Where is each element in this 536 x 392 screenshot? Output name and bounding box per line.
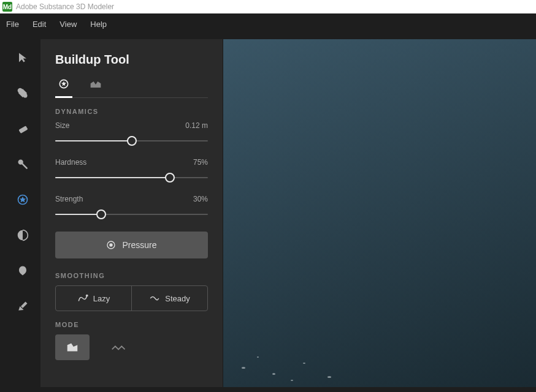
- size-label: Size: [55, 121, 69, 130]
- strength-value: 30%: [193, 195, 208, 203]
- erase-tool-icon[interactable]: [14, 120, 31, 137]
- clay-tool-icon[interactable]: [14, 85, 31, 102]
- smoothing-segmented: Lazy Steady: [55, 285, 208, 311]
- size-slider-row: Size 0.12 m: [55, 121, 208, 146]
- lazy-button[interactable]: Lazy: [56, 286, 131, 311]
- mode-surface-button[interactable]: [55, 334, 90, 360]
- steady-label: Steady: [165, 294, 190, 303]
- lazy-label: Lazy: [93, 294, 110, 303]
- strength-label: Strength: [55, 195, 83, 203]
- steady-button[interactable]: Steady: [131, 286, 207, 311]
- steady-icon: [149, 293, 160, 303]
- buildup-tool-icon[interactable]: [14, 191, 31, 208]
- lazy-icon: [77, 293, 88, 303]
- panel-title: Buildup Tool: [55, 53, 208, 67]
- viewport-3d[interactable]: [223, 39, 536, 387]
- hardness-slider-row: Hardness 75%: [55, 158, 208, 183]
- tool-properties-panel: Buildup Tool DYNAMICS Size 0.12 m: [40, 39, 223, 387]
- menu-file[interactable]: File: [6, 20, 19, 29]
- menu-help[interactable]: Help: [90, 20, 107, 29]
- select-tool-icon[interactable]: [14, 49, 31, 66]
- pressure-button-label: Pressure: [122, 240, 156, 250]
- paint-tool-icon[interactable]: [14, 298, 31, 315]
- size-slider[interactable]: [55, 136, 208, 146]
- svg-point-9: [86, 295, 88, 297]
- inflate-tool-icon[interactable]: [14, 262, 31, 279]
- hardness-value: 75%: [193, 158, 208, 167]
- pressure-target-icon: [106, 240, 116, 250]
- clay-tab[interactable]: [55, 78, 72, 98]
- menubar: File Edit View Help: [0, 13, 536, 34]
- hardness-slider[interactable]: [55, 173, 208, 183]
- strength-slider-row: Strength 30%: [55, 195, 208, 219]
- svg-rect-3: [18, 126, 28, 134]
- app-root: File Edit View Help: [0, 13, 536, 392]
- mode-row: [55, 334, 208, 360]
- menu-view[interactable]: View: [59, 20, 77, 29]
- mode-flat-button[interactable]: [102, 334, 136, 360]
- flat-mode-icon: [111, 344, 127, 351]
- strength-slider[interactable]: [55, 209, 208, 219]
- hardness-label: Hardness: [55, 158, 86, 167]
- mode-label: MODE: [55, 321, 208, 328]
- window-title: Adobe Substance 3D Modeler: [16, 2, 114, 11]
- smoothing-label: SMOOTHING: [55, 272, 208, 279]
- size-value: 0.12 m: [185, 121, 208, 130]
- pressure-button[interactable]: Pressure: [55, 232, 208, 258]
- crease-tool-icon[interactable]: [14, 227, 31, 244]
- vertical-toolbar: [5, 39, 40, 387]
- shape-tab[interactable]: [87, 78, 104, 97]
- dynamics-label: DYNAMICS: [55, 108, 208, 115]
- surface-mode-icon: [66, 342, 79, 353]
- menu-edit[interactable]: Edit: [33, 20, 46, 29]
- panel-tab-row: [55, 78, 208, 98]
- svg-point-8: [110, 243, 113, 246]
- window-titlebar: Md Adobe Substance 3D Modeler: [0, 0, 536, 13]
- smooth-tool-icon[interactable]: [14, 156, 31, 173]
- app-badge-icon: Md: [2, 2, 12, 12]
- workspace: Buildup Tool DYNAMICS Size 0.12 m: [0, 34, 536, 392]
